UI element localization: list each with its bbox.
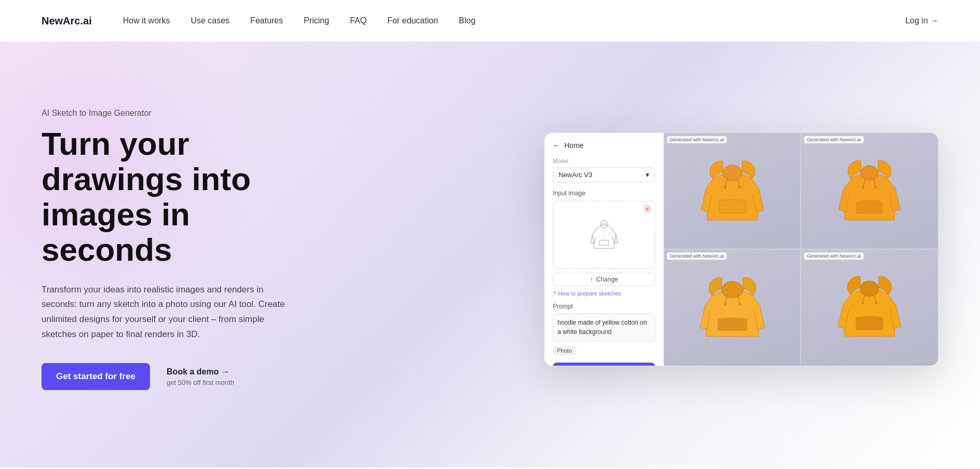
prompt-text[interactable]: hoodie made of yellow cotton on a white … <box>553 313 655 341</box>
hero-left: AI Sketch to Image Generator Turn your d… <box>42 109 343 390</box>
result-badge-3: Generated with NewArc.ai <box>667 252 727 260</box>
change-image-button[interactable]: ↑ Change <box>553 273 655 286</box>
nav-link-blog[interactable]: Blog <box>459 16 475 25</box>
nav-link-features[interactable]: Features <box>250 16 283 25</box>
model-dropdown[interactable]: NewArc V3 ▾ <box>553 167 655 182</box>
back-label: Home <box>564 141 583 150</box>
hero-section: AI Sketch to Image Generator Turn your d… <box>0 42 980 467</box>
upload-icon: ↑ <box>590 276 593 283</box>
svg-point-12 <box>722 282 743 298</box>
svg-point-6 <box>739 186 741 188</box>
book-demo-label[interactable]: Book a demo → <box>167 367 229 376</box>
svg-point-21 <box>875 302 877 304</box>
prompt-label: Prompt <box>553 303 655 310</box>
arrow-left-icon: ← <box>553 141 560 150</box>
result-cell-2: Generated with NewArc.ai <box>801 133 938 249</box>
hoodie-svg-1 <box>699 152 766 230</box>
nav-link-for-education[interactable]: For education <box>387 16 438 25</box>
photo-tag[interactable]: Photo <box>553 346 576 355</box>
hero-description: Transform your ideas into realistic imag… <box>42 283 291 343</box>
hero-cta: Get started for free Book a demo → get 5… <box>42 363 322 390</box>
remove-image-button[interactable]: ✕ <box>643 205 651 213</box>
nav-link-pricing[interactable]: Pricing <box>304 16 329 25</box>
hero-title: Turn your drawings into images in second… <box>42 126 322 268</box>
control-panel: ← Home Model NewArc V3 ▾ Input image ✕ <box>545 133 664 366</box>
prepare-sketches-hint[interactable]: ? How to prepare sketches <box>553 290 655 297</box>
change-label: Change <box>596 276 618 283</box>
input-image-label: Input image <box>553 190 655 197</box>
result-badge-2: Generated with NewArc.ai <box>804 136 864 143</box>
svg-point-10 <box>862 186 864 188</box>
svg-point-7 <box>861 165 878 180</box>
hero-right: ← Home Model NewArc V3 ▾ Input image ✕ <box>343 132 938 366</box>
hoodie-image-4 <box>801 249 938 366</box>
input-image-box[interactable]: ✕ <box>553 201 655 269</box>
get-started-button[interactable]: Get started for free <box>42 363 150 390</box>
hoodie-image-1 <box>664 133 800 249</box>
demo-sub: get 50% off first month <box>167 379 234 386</box>
navbar: NewArc.ai How it works Use cases Feature… <box>0 0 980 42</box>
hoodie-image-2 <box>801 133 938 249</box>
result-badge-4: Generated with NewArc.ai <box>804 252 864 260</box>
book-demo-link[interactable]: Book a demo → <box>167 367 234 377</box>
hoodie-image-3 <box>664 249 800 366</box>
hoodie-svg-2 <box>836 152 903 230</box>
logo[interactable]: NewArc.ai <box>42 15 92 27</box>
model-value: NewArc V3 <box>559 171 592 179</box>
result-cell-4: Generated with NewArc.ai <box>801 249 938 366</box>
login-button[interactable]: Log in → <box>905 16 938 25</box>
svg-point-17 <box>860 281 878 297</box>
svg-point-5 <box>724 186 726 188</box>
svg-point-2 <box>723 165 742 180</box>
demo-link-group: Book a demo → get 50% off first month <box>167 367 234 386</box>
results-grid: Generated with NewArc.ai <box>664 133 938 366</box>
nav-link-use-cases[interactable]: Use cases <box>190 16 229 25</box>
result-cell-1: Generated with NewArc.ai <box>664 133 801 249</box>
nav-link-how-it-works[interactable]: How it works <box>123 16 170 25</box>
svg-point-16 <box>739 303 741 305</box>
svg-point-11 <box>875 186 877 188</box>
result-badge-1: Generated with NewArc.ai <box>667 136 727 143</box>
nav-link-faq[interactable]: FAQ <box>350 16 366 25</box>
svg-point-15 <box>724 303 726 305</box>
hint-label: How to prepare sketches <box>558 290 621 297</box>
model-label: Model <box>553 158 655 164</box>
hoodie-svg-3 <box>699 269 766 346</box>
nav-links: How it works Use cases Features Pricing … <box>123 16 905 25</box>
question-icon: ? <box>553 290 556 297</box>
hoodie-sketch-svg <box>589 217 620 253</box>
generate-button[interactable]: Generate ✦ <box>553 363 655 366</box>
svg-point-20 <box>862 302 864 304</box>
back-button[interactable]: ← Home <box>553 141 655 150</box>
hero-eyebrow: AI Sketch to Image Generator <box>42 109 322 118</box>
result-cell-3: Generated with NewArc.ai <box>664 249 801 366</box>
chevron-down-icon: ▾ <box>646 171 649 179</box>
app-mockup: ← Home Model NewArc V3 ▾ Input image ✕ <box>544 132 938 366</box>
hoodie-svg-4 <box>836 269 903 346</box>
